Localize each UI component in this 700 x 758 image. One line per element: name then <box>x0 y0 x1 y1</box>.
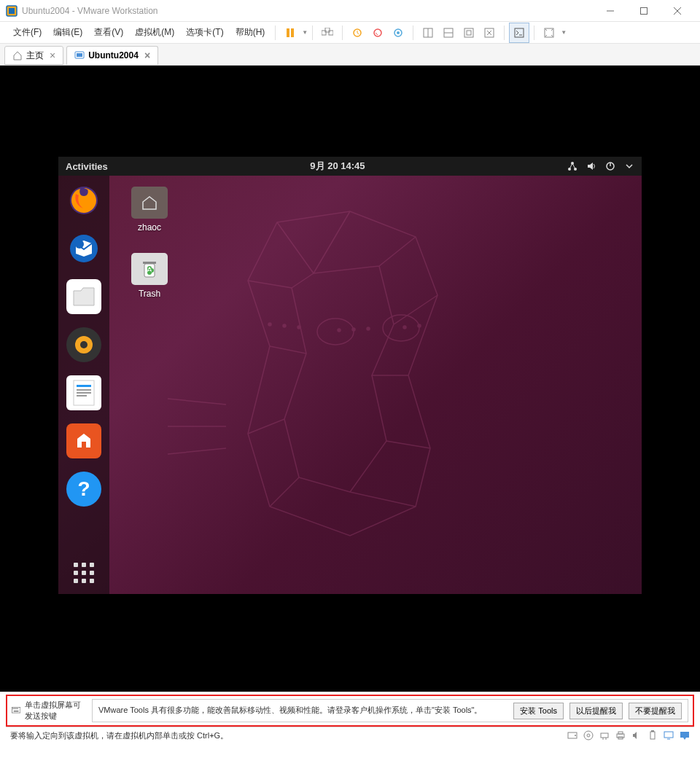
desktop-trash-label: Trash <box>139 289 160 299</box>
vm-display-area[interactable]: Activities 9月 20 14:45 ? zhaoc <box>0 66 700 692</box>
svg-rect-53 <box>14 708 15 709</box>
console-button[interactable] <box>509 23 529 43</box>
close-button[interactable] <box>661 0 694 22</box>
separator <box>342 26 343 40</box>
svg-rect-68 <box>651 730 654 732</box>
separator <box>413 26 413 40</box>
desktop-area[interactable]: zhaoc Trash <box>109 176 642 594</box>
send-ctrl-alt-del-button[interactable] <box>317 23 338 43</box>
statusbar-device-icons <box>567 730 690 741</box>
svg-rect-45 <box>77 389 91 391</box>
window-title: Ubuntu2004 - VMware Workstation <box>22 6 594 16</box>
remind-later-button[interactable]: 以后提醒我 <box>569 703 623 719</box>
pause-button[interactable] <box>280 23 300 43</box>
svg-rect-61 <box>601 733 608 738</box>
menu-file[interactable]: 文件(F) <box>7 26 47 39</box>
snapshot-button[interactable] <box>347 23 368 43</box>
view-multi-button[interactable] <box>438 23 459 43</box>
fullscreen-button[interactable] <box>459 23 479 43</box>
revert-snapshot-button[interactable] <box>368 23 388 43</box>
svg-rect-65 <box>618 732 623 734</box>
menu-help[interactable]: 帮助(H) <box>230 26 271 39</box>
manage-snapshots-button[interactable] <box>388 23 408 43</box>
maximize-button[interactable] <box>627 0 661 22</box>
tools-tip-box: VMware Tools 具有很多功能，能改善鼠标移动性、视频和性能。请登录客户… <box>92 699 688 722</box>
desktop-home-folder[interactable]: zhaoc <box>124 187 175 233</box>
svg-rect-3 <box>287 28 289 37</box>
system-tray[interactable] <box>567 161 634 171</box>
install-tools-button[interactable]: 安装 Tools <box>513 703 564 719</box>
svg-rect-19 <box>515 28 524 37</box>
menu-vm[interactable]: 虚拟机(M) <box>129 26 180 39</box>
display-icon[interactable] <box>664 730 674 741</box>
printer-icon[interactable] <box>615 730 626 741</box>
menu-view[interactable]: 查看(V) <box>88 26 129 39</box>
tab-ubuntu[interactable]: Ubuntu2004 × <box>66 46 158 65</box>
dock-rhythmbox[interactable] <box>66 327 101 362</box>
menu-tabs[interactable]: 选项卡(T) <box>180 26 229 39</box>
keyboard-hint-label: 单击虚拟屏幕可发送按键 <box>25 700 85 722</box>
disk-icon[interactable] <box>567 730 578 741</box>
svg-rect-16 <box>464 28 473 37</box>
dock-files[interactable] <box>66 279 101 314</box>
keyboard-hint: 单击虚拟屏幕可发送按键 <box>12 700 85 722</box>
never-remind-button[interactable]: 不要提醒我 <box>629 703 682 719</box>
tab-close-icon[interactable]: × <box>144 50 150 61</box>
tab-close-icon[interactable]: × <box>50 50 55 61</box>
separator <box>275 26 276 40</box>
chevron-down-icon[interactable] <box>624 161 634 171</box>
svg-rect-48 <box>82 442 86 448</box>
network-adapter-icon[interactable] <box>599 730 610 741</box>
svg-point-60 <box>587 734 590 737</box>
menu-edit[interactable]: 编辑(E) <box>47 26 88 39</box>
svg-rect-47 <box>77 395 87 396</box>
svg-rect-67 <box>650 732 655 739</box>
statusbar: 要将输入定向到该虚拟机，请在虚拟机内部单击或按 Ctrl+G。 <box>6 727 694 743</box>
separator <box>312 26 313 40</box>
dock-software[interactable] <box>66 423 101 458</box>
dock-thunderbird[interactable] <box>66 231 101 266</box>
svg-rect-4 <box>291 28 294 37</box>
cd-icon[interactable] <box>583 730 594 741</box>
dock-libreoffice[interactable] <box>66 375 101 410</box>
svg-point-9 <box>374 29 381 36</box>
ubuntu-topbar: Activities 9月 20 14:45 <box>58 157 642 176</box>
svg-point-42 <box>80 341 88 348</box>
minimize-button[interactable] <box>594 0 627 22</box>
svg-rect-44 <box>77 385 91 387</box>
message-icon[interactable] <box>680 730 690 741</box>
svg-rect-52 <box>12 708 13 709</box>
svg-point-40 <box>75 240 84 249</box>
home-folder-icon <box>141 195 158 211</box>
status-text: 要将输入定向到该虚拟机，请在虚拟机内部单击或按 Ctrl+G。 <box>10 730 567 741</box>
ubuntu-desktop[interactable]: Activities 9月 20 14:45 ? zhaoc <box>58 157 642 594</box>
vmware-tools-notice: 单击虚拟屏幕可发送按键 VMware Tools 具有很多功能，能改善鼠标移动性… <box>6 695 694 727</box>
usb-icon[interactable] <box>648 730 658 741</box>
svg-rect-50 <box>143 262 156 264</box>
vm-icon <box>74 50 85 60</box>
svg-rect-55 <box>17 708 18 709</box>
svg-point-11 <box>397 31 400 34</box>
svg-rect-56 <box>14 711 19 711</box>
vmware-icon <box>6 5 18 17</box>
unity-button[interactable] <box>479 23 499 43</box>
dock-help[interactable]: ? <box>66 472 101 507</box>
window-titlebar: Ubuntu2004 - VMware Workstation <box>0 0 700 22</box>
trash-icon <box>141 259 158 278</box>
dock-firefox[interactable] <box>66 183 101 218</box>
view-single-button[interactable] <box>418 23 438 43</box>
stretch-button[interactable] <box>539 23 559 43</box>
power-icon[interactable] <box>605 161 615 171</box>
volume-icon[interactable] <box>586 161 596 171</box>
svg-rect-2 <box>641 7 648 14</box>
tab-home[interactable]: 主页 × <box>4 46 63 65</box>
dock-show-apps[interactable] <box>74 563 94 583</box>
desktop-trash[interactable]: Trash <box>124 253 175 299</box>
clock-label[interactable]: 9月 20 14:45 <box>108 160 567 173</box>
activities-button[interactable]: Activities <box>66 161 108 172</box>
tabbar: 主页 × Ubuntu2004 × <box>0 44 700 66</box>
stretch-dropdown-icon[interactable]: ▼ <box>561 29 567 36</box>
network-icon[interactable] <box>567 161 578 171</box>
power-dropdown-icon[interactable]: ▼ <box>302 29 308 36</box>
sound-icon[interactable] <box>631 730 642 741</box>
